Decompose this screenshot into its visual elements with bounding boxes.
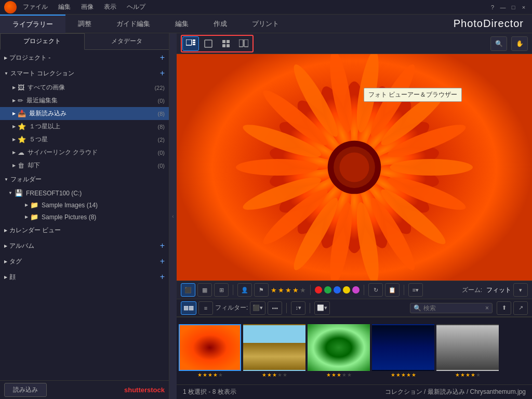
filter-separator-2 <box>310 303 310 313</box>
zoom-dropdown-btn[interactable]: ▾ <box>513 283 528 297</box>
latest-import-item[interactable]: ▶ 📥 最新読み込み (8) <box>0 107 169 120</box>
tab-print[interactable]: プリント <box>240 15 291 33</box>
sort-btn[interactable]: ≡▾ <box>408 283 423 297</box>
tag-header[interactable]: ▶ タグ + <box>0 254 169 269</box>
five-star-icon: ⭐ <box>18 136 26 143</box>
star-3[interactable]: ★ <box>285 286 291 294</box>
menu-view[interactable]: 表示 <box>102 2 118 12</box>
grid-view-button[interactable] <box>218 36 234 51</box>
face-header[interactable]: ▶ 顔 + <box>0 269 169 285</box>
thumb-image-4[interactable] <box>372 324 434 371</box>
cyberlink-cloud-item[interactable]: ▶ ☁ サイバーリンク クラウド (0) <box>0 146 169 159</box>
flag-btn[interactable]: ⚑ <box>254 283 269 297</box>
thumb-image-5[interactable] <box>436 324 499 371</box>
search-input[interactable] <box>423 304 485 312</box>
hand-tool-button[interactable]: ✋ <box>511 36 528 51</box>
sample-pictures-item[interactable]: ▶ 📁 Sample Pictures (8) <box>0 211 169 223</box>
star-1[interactable]: ★ <box>271 286 277 294</box>
menu-image[interactable]: 画像 <box>79 2 96 12</box>
tab-edit[interactable]: 編集 <box>163 15 201 33</box>
one-star-item[interactable]: ▶ ⭐ １つ星以上 (8) <box>0 120 169 133</box>
recent-edit-item[interactable]: ▶ ✏ 最近編集集 (0) <box>0 94 169 107</box>
star-4[interactable]: ★ <box>292 286 299 294</box>
viewer-browser-button[interactable] <box>182 36 199 51</box>
recent-edit-icon: ✏ <box>18 97 23 104</box>
sort-order-btn[interactable]: ↕▾ <box>291 301 305 315</box>
menu-file[interactable]: ファイル <box>21 2 50 12</box>
tab-create[interactable]: 作成 <box>201 15 240 33</box>
thumbnail-4[interactable]: ★ ★ ★ ★ ★ <box>372 324 434 378</box>
single-thumb-view-btn[interactable]: ⬛ <box>181 283 195 297</box>
rejected-item[interactable]: ▶ 🗑 却下 (0) <box>0 159 169 172</box>
menu-help[interactable]: ヘルプ <box>125 2 148 12</box>
import-bar: 読み込み shutterstock <box>0 380 169 399</box>
freesoft-drive-item[interactable]: ▼ 💾 FREESOFT100 (C:) <box>0 187 169 199</box>
grid-thumb-view-btn[interactable]: ▦ <box>197 283 212 297</box>
color-blue[interactable] <box>334 286 341 294</box>
five-star-item[interactable]: ▶ ⭐ ５つ星 (2) <box>0 133 169 146</box>
sample-pictures-icon: 📁 <box>30 213 38 221</box>
thumbnail-3[interactable]: ★ ★ ★ ★ ★ <box>308 324 370 378</box>
help-button[interactable]: ? <box>488 3 497 11</box>
thumb-image-1[interactable] <box>179 324 241 371</box>
frame-btn[interactable]: ⬜▾ <box>314 301 330 315</box>
compare-thumb-view-btn[interactable]: ⊞ <box>214 283 229 297</box>
thumb-image-2[interactable] <box>243 324 305 371</box>
thumbnail-2[interactable]: ★ ★ ★ ★ ★ <box>243 324 305 378</box>
rotate-btn[interactable]: ↻ <box>368 283 383 297</box>
toolbar-separator-1 <box>233 285 233 295</box>
maximize-button[interactable]: □ <box>509 3 517 11</box>
album-add-button[interactable]: + <box>160 241 165 250</box>
tab-library[interactable]: ライブラリー <box>0 15 65 33</box>
export-btn[interactable]: ↗ <box>513 301 528 315</box>
color-green[interactable] <box>324 286 331 294</box>
sidebar-collapse-handle[interactable]: ‹ <box>169 33 177 399</box>
minimize-button[interactable]: — <box>499 3 507 11</box>
search-button[interactable]: 🔍 <box>490 36 507 51</box>
thumbnail-5[interactable]: ★ ★ ★ ★ ★ <box>436 324 499 378</box>
sample-images-item[interactable]: ▶ 📁 Sample Images (14) <box>0 199 169 211</box>
t1-star-2: ★ <box>203 372 207 378</box>
five-star-label: ５つ星 <box>29 135 158 144</box>
tab-guide-edit[interactable]: ガイド編集 <box>104 15 163 33</box>
project-header[interactable]: ▶ プロジェクト - + <box>0 50 169 65</box>
folder-header[interactable]: ▼ フォルダー <box>0 172 169 187</box>
menu-edit[interactable]: 編集 <box>56 2 73 12</box>
list-filter-btn[interactable]: ≡ <box>198 301 213 315</box>
person-filter-btn[interactable]: 👤 <box>237 283 252 297</box>
calendar-header[interactable]: ▶ カレンダー ビュー <box>0 223 169 238</box>
filter-label: フィルター: <box>215 303 248 312</box>
face-add-button[interactable]: + <box>160 272 165 282</box>
t3-star-1: ★ <box>326 372 331 378</box>
all-images-item[interactable]: ▶ 🖼 すべての画像 (22) <box>0 81 169 94</box>
grid-filter-btn[interactable]: ▦▦ <box>181 301 196 315</box>
smart-collection-add-button[interactable]: + <box>160 69 165 78</box>
thumb-image-3[interactable] <box>308 324 370 371</box>
star-5[interactable]: ★ <box>300 286 306 294</box>
sample-images-triangle: ▶ <box>25 203 28 207</box>
close-button[interactable]: × <box>520 3 528 11</box>
single-view-button[interactable] <box>200 36 217 51</box>
filter-more-btn[interactable]: ••• <box>268 301 282 315</box>
album-header[interactable]: ▶ アルバム + <box>0 238 169 254</box>
color-red[interactable] <box>315 286 322 294</box>
thumbnail-1[interactable]: ★ ★ ★ ★ ★ <box>179 324 241 378</box>
import-button[interactable]: 読み込み <box>4 383 47 397</box>
color-purple[interactable] <box>352 286 360 294</box>
t3-star-2: ★ <box>331 372 336 378</box>
compare-view-button[interactable] <box>235 36 252 51</box>
tab-adjust[interactable]: 調整 <box>65 15 104 33</box>
copy-settings-btn[interactable]: 📋 <box>385 283 400 297</box>
filter-type-btn[interactable]: ⬛▾ <box>250 301 265 315</box>
sidebar-tab-project[interactable]: プロジェクト <box>0 33 85 50</box>
star-2[interactable]: ★ <box>278 286 284 294</box>
svg-rect-1 <box>193 39 195 41</box>
import-to-album-btn[interactable]: ⬆ <box>497 301 511 315</box>
project-add-button[interactable]: + <box>160 53 165 62</box>
sidebar-tab-metadata[interactable]: メタデータ <box>85 33 169 49</box>
thumbnail-strip: ★ ★ ★ ★ ★ ★ ★ ★ ★ ★ <box>177 317 532 384</box>
search-clear-icon[interactable]: × <box>485 304 489 312</box>
color-yellow[interactable] <box>343 286 350 294</box>
smart-collection-header[interactable]: ▼ スマート コレクション + <box>0 65 169 81</box>
tag-add-button[interactable]: + <box>160 257 165 266</box>
